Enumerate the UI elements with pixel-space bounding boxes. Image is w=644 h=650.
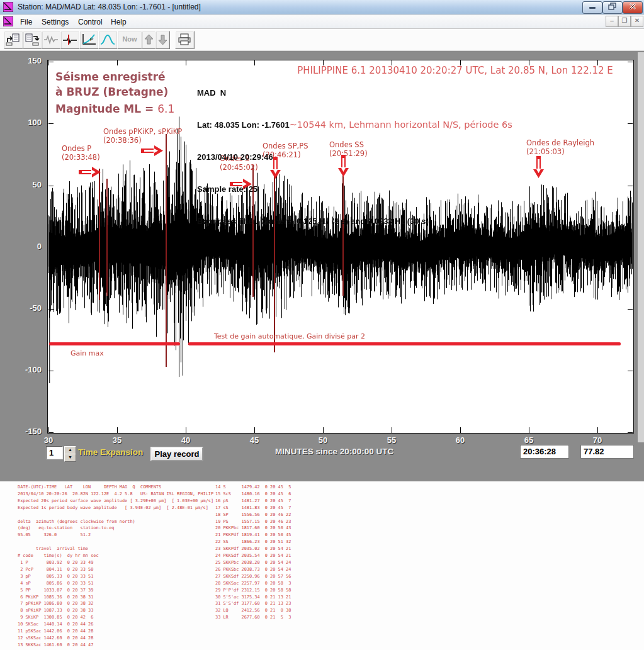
- cursor-value-box[interactable]: 77.82: [580, 445, 634, 459]
- phase-arrow-icon: [79, 167, 101, 177]
- x-tick-label: 70: [584, 435, 611, 445]
- recording-site-caption: Séisme enregistré à BRUZ (Bretagne): [55, 69, 168, 99]
- waveform-button[interactable]: [42, 31, 61, 49]
- x-tick-mark: [460, 427, 461, 433]
- mdi-child-icon: [3, 16, 13, 26]
- x-tick-label: 30: [35, 435, 62, 445]
- x-tick-mark: [117, 60, 118, 65]
- x-tick-mark: [392, 427, 392, 433]
- phase-label: Ondes pPKiKP, sPKiKP(20:38:36): [103, 127, 182, 145]
- time-expansion-input[interactable]: 1: [46, 446, 63, 459]
- window-title: Station: MAD/MAD Lat: 48.035 Lon: -1.760…: [18, 3, 201, 11]
- y-tick-mark: [628, 309, 633, 310]
- filter-button[interactable]: [98, 31, 118, 49]
- save-record-button[interactable]: [23, 31, 42, 49]
- y-tick-mark: [628, 123, 633, 124]
- printer-icon: [177, 33, 192, 46]
- x-tick-mark: [529, 427, 529, 433]
- gain-label: Test de gain automatique, Gain divisé pa…: [214, 332, 365, 340]
- print-button[interactable]: [175, 31, 195, 49]
- scroll-up-button[interactable]: [142, 31, 156, 49]
- event-title: PHILIPPINE 6.1 20130410 20:20:27 UTC, La…: [277, 65, 633, 76]
- x-tick-label: 35: [103, 435, 131, 445]
- close-button[interactable]: [623, 1, 643, 14]
- y-tick-label: 100: [9, 118, 42, 127]
- pick-phase-icon: [62, 33, 77, 46]
- save-record-icon: [25, 33, 40, 46]
- menu-control[interactable]: Control: [74, 16, 106, 28]
- x-tick-mark: [254, 60, 255, 65]
- sample-rate: Sample rate: 25: [197, 184, 512, 194]
- gain-line: [188, 342, 621, 345]
- y-tick-label: 0: [9, 242, 42, 251]
- phase-pick-line: [106, 179, 108, 296]
- x-tick-label: 60: [446, 435, 474, 445]
- y-tick-mark: [48, 371, 54, 371]
- y-tick-label: -100: [9, 365, 42, 374]
- open-record-button[interactable]: [4, 31, 23, 49]
- x-tick-label: 40: [172, 435, 200, 445]
- mdi-restore-button[interactable]: ❐: [618, 16, 631, 27]
- phase-pick-line: [166, 134, 167, 367]
- gain-label: Gain max: [71, 349, 104, 357]
- title-bar: Station: MAD/MAD Lat: 48.035 Lon: -1.760…: [0, 0, 644, 14]
- phase-label: Ondes de Rayleigh(21:05:03): [526, 138, 594, 156]
- restore-button[interactable]: [602, 1, 623, 14]
- x-axis-title: MINUTES since 20:00:00 UTC: [275, 447, 393, 456]
- magnitude-value: 6.1: [157, 103, 174, 115]
- gain-line: [49, 342, 180, 345]
- event-info-panel: DATE-(UTC)-TIME LAT LON DEPTH MAG Q COMM…: [0, 481, 644, 650]
- y-tick-mark: [628, 247, 633, 248]
- menu-help[interactable]: Help: [107, 16, 130, 28]
- cursor-time-box[interactable]: 20:36:28: [520, 445, 569, 459]
- phase-arrow-icon: [533, 156, 544, 179]
- mdi-close-button[interactable]: ✕: [631, 16, 643, 27]
- y-tick-label: 150: [9, 56, 42, 65]
- x-tick-mark: [48, 427, 49, 433]
- magnitude-caption: Magnitude ML = 6.1: [55, 103, 174, 115]
- y-tick-mark: [628, 186, 633, 186]
- event-info-and-travel-times-left: DATE-(UTC)-TIME LAT LON DEPTH MAG Q COMM…: [18, 484, 213, 649]
- travel-times-right: 14 S 1479.42 0 20 45 5 15 ScS 1480.16 0 …: [215, 484, 291, 621]
- y-tick-mark: [628, 62, 633, 62]
- menu-file[interactable]: File: [16, 16, 36, 28]
- filter-bell-icon: [100, 33, 115, 46]
- station-distance: ~10544 km, Lehmann horizontal N/S, pério…: [290, 120, 512, 130]
- x-tick-mark: [323, 427, 324, 433]
- y-tick-mark: [628, 432, 633, 433]
- y-tick-mark: [48, 123, 54, 124]
- y-tick-mark: [48, 309, 54, 310]
- x-tick-label: 55: [378, 435, 405, 445]
- y-tick-mark: [48, 62, 54, 62]
- y-tick-label: -50: [9, 303, 42, 313]
- menu-bar: File Settings Control Help – ❐ ✕: [0, 14, 644, 29]
- travel-time-curves-button[interactable]: P: [79, 31, 99, 49]
- play-record-button[interactable]: Play record: [150, 447, 203, 461]
- x-tick-label: 50: [309, 435, 337, 445]
- now-button[interactable]: Now: [117, 31, 142, 49]
- svg-text:P: P: [90, 36, 93, 42]
- station-datetime: 2013/04/10 20:29:46: [197, 152, 512, 162]
- x-tick-mark: [117, 427, 118, 433]
- pick-phase-button[interactable]: [60, 31, 80, 49]
- minimize-button[interactable]: [582, 1, 602, 14]
- spinner-down-button[interactable]: ▼: [64, 454, 76, 462]
- scroll-down-button[interactable]: [155, 31, 170, 49]
- y-tick-label: 50: [9, 180, 42, 189]
- x-tick-label: 45: [240, 435, 268, 445]
- bandpass-filter: Bandpass filter. Corners: 0.125 Hz (8 s)…: [197, 216, 512, 227]
- x-tick-mark: [186, 427, 186, 433]
- x-tick-label: 65: [515, 435, 543, 445]
- y-tick-mark: [48, 247, 54, 248]
- phase-pick-line: [99, 169, 100, 300]
- toolbar: P Now: [0, 29, 644, 51]
- phase-arrow-icon: [141, 145, 164, 156]
- x-tick-mark: [597, 427, 598, 433]
- open-record-icon: [6, 33, 21, 46]
- time-expansion-label: Time Expansion: [78, 447, 143, 457]
- travel-time-curves-icon: P: [81, 33, 96, 46]
- y-tick-mark: [628, 371, 633, 371]
- menu-settings[interactable]: Settings: [38, 16, 72, 28]
- mdi-minimize-button[interactable]: –: [606, 16, 618, 27]
- app-icon: [3, 2, 13, 12]
